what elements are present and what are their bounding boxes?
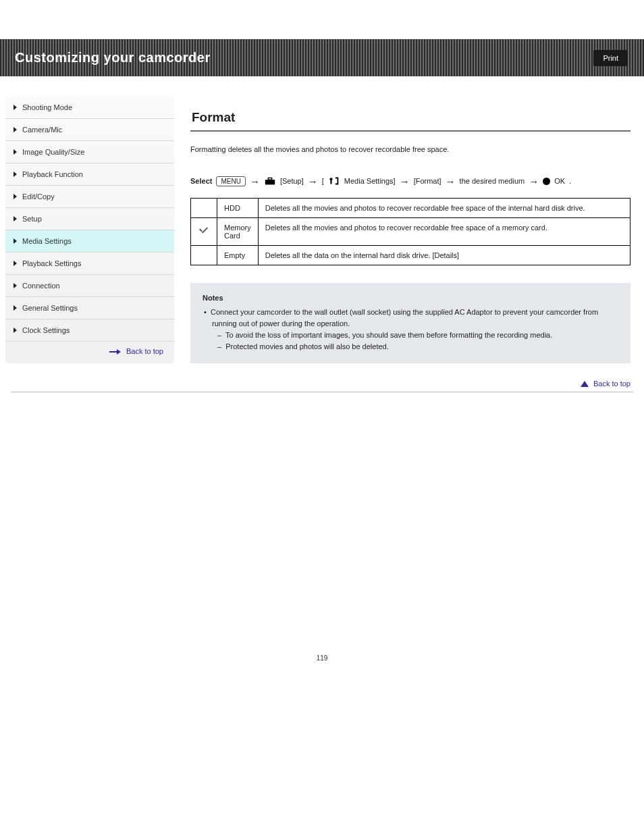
sidebar-item-general-settings[interactable]: General Settings bbox=[5, 297, 174, 319]
footer-back-to-top[interactable]: Back to top bbox=[0, 363, 644, 390]
menu-path: Select MENU → [Setup] → [ Media Settings… bbox=[190, 176, 630, 187]
title-rule bbox=[190, 130, 630, 132]
svg-rect-3 bbox=[330, 180, 331, 184]
arrow-icon: → bbox=[446, 176, 456, 187]
caret-icon bbox=[14, 194, 17, 199]
sidebar-item-playback-settings[interactable]: Playback Settings bbox=[5, 253, 174, 275]
path-media-open: [ bbox=[322, 177, 324, 185]
sidebar-item-label: Edit/Copy bbox=[22, 192, 55, 201]
sidebar: Shooting Mode Camera/Mic Image Quality/S… bbox=[5, 97, 174, 363]
caret-icon bbox=[14, 283, 17, 288]
options-table: HDD Deletes all the movies and photos to… bbox=[190, 198, 630, 265]
caret-icon bbox=[14, 238, 17, 244]
footer-back-label: Back to top bbox=[593, 380, 630, 388]
sidebar-item-label: Playback Settings bbox=[22, 259, 81, 267]
path-ok: OK bbox=[554, 177, 565, 185]
path-media: Media Settings] bbox=[344, 177, 396, 185]
back-to-top-label: Back to top bbox=[126, 347, 163, 355]
sidebar-item-label: Playback Function bbox=[22, 170, 83, 178]
sidebar-item-label: Clock Settings bbox=[22, 326, 70, 334]
notes-box: Notes • Connect your camcorder to the wa… bbox=[190, 283, 630, 363]
row-icon-cell bbox=[191, 245, 217, 265]
caret-icon bbox=[14, 127, 17, 132]
sidebar-item-clock-settings[interactable]: Clock Settings bbox=[5, 319, 174, 342]
sidebar-item-label: Connection bbox=[22, 282, 60, 290]
header-title: Customizing your camcorder bbox=[15, 50, 211, 66]
sidebar-item-edit-copy[interactable]: Edit/Copy bbox=[5, 186, 174, 208]
sidebar-item-camera-mic[interactable]: Camera/Mic bbox=[5, 119, 174, 141]
caret-icon bbox=[14, 216, 17, 221]
sidebar-item-media-settings[interactable]: Media Settings bbox=[5, 230, 174, 253]
sidebar-item-label: Image Quality/Size bbox=[22, 148, 84, 156]
ok-dot-icon bbox=[543, 178, 550, 185]
sidebar-back-to-top[interactable]: Back to top bbox=[5, 342, 174, 362]
page-body: Shooting Mode Camera/Mic Image Quality/S… bbox=[0, 76, 644, 363]
lead-text: Formatting deletes all the movies and ph… bbox=[190, 144, 630, 155]
caret-icon bbox=[14, 305, 17, 311]
sidebar-item-label: Setup bbox=[22, 215, 42, 223]
sidebar-item-shooting-mode[interactable]: Shooting Mode bbox=[5, 97, 174, 119]
notes-sub: – To avoid the loss of important images,… bbox=[203, 330, 618, 341]
notes-sub-text: To avoid the loss of important images, y… bbox=[225, 331, 552, 339]
row-label: Memory Card bbox=[217, 217, 259, 245]
page-number: 119 bbox=[0, 392, 644, 675]
caret-icon bbox=[14, 149, 17, 155]
check-icon bbox=[198, 226, 210, 236]
sidebar-item-label: Camera/Mic bbox=[22, 126, 62, 134]
table-row: HDD Deletes all the movies and photos to… bbox=[191, 198, 630, 217]
row-desc: Deletes all the movies and photos to rec… bbox=[258, 217, 630, 245]
triangle-up-icon bbox=[581, 381, 589, 387]
notes-sub: – Protected movies and photos will also … bbox=[203, 341, 618, 353]
notes-bullet: • Connect your camcorder to the wall out… bbox=[203, 307, 618, 330]
media-tool-icon bbox=[328, 176, 340, 186]
menu-pill: MENU bbox=[216, 176, 245, 186]
print-button[interactable]: Print bbox=[593, 50, 628, 66]
sidebar-item-label: Media Settings bbox=[22, 237, 72, 245]
sidebar-item-image-quality[interactable]: Image Quality/Size bbox=[5, 141, 174, 163]
row-desc: Deletes all the data on the internal har… bbox=[258, 245, 630, 265]
caret-icon bbox=[14, 105, 17, 110]
svg-rect-1 bbox=[268, 178, 271, 180]
toolbox-icon bbox=[264, 176, 276, 186]
sidebar-item-playback-function[interactable]: Playback Function bbox=[5, 163, 174, 186]
path-format: [Format] bbox=[414, 177, 441, 185]
path-medium: the desired medium bbox=[460, 177, 525, 185]
path-setup: [Setup] bbox=[280, 177, 304, 185]
arrow-icon: → bbox=[308, 176, 318, 187]
arrow-right-icon bbox=[109, 350, 122, 354]
row-label: HDD bbox=[217, 198, 259, 217]
row-icon-cell bbox=[191, 217, 217, 245]
sidebar-item-setup[interactable]: Setup bbox=[5, 208, 174, 230]
caret-icon bbox=[14, 172, 17, 177]
row-desc: Deletes all the movies and photos to rec… bbox=[258, 198, 630, 217]
path-step: Select bbox=[190, 177, 212, 185]
svg-rect-0 bbox=[265, 180, 275, 184]
sidebar-item-connection[interactable]: Connection bbox=[5, 275, 174, 297]
arrow-icon: → bbox=[400, 176, 410, 187]
arrow-icon: → bbox=[250, 176, 260, 187]
table-row: Memory Card Deletes all the movies and p… bbox=[191, 217, 630, 245]
caret-icon bbox=[14, 328, 17, 333]
row-icon-cell bbox=[191, 198, 217, 217]
notes-sub-text: Protected movies and photos will also be… bbox=[225, 342, 389, 350]
notes-heading: Notes bbox=[203, 292, 618, 304]
content: Format Formatting deletes all the movies… bbox=[190, 97, 630, 363]
notes-bullet-text: Connect your camcorder to the wall outle… bbox=[211, 308, 598, 328]
row-label: Empty bbox=[217, 245, 259, 265]
arrow-icon: → bbox=[529, 176, 539, 187]
header-bar: Customizing your camcorder Print bbox=[0, 39, 644, 76]
sidebar-item-label: General Settings bbox=[22, 304, 78, 312]
sidebar-item-label: Shooting Mode bbox=[22, 103, 72, 111]
path-period: . bbox=[569, 177, 571, 185]
table-row: Empty Deletes all the data on the intern… bbox=[191, 245, 630, 265]
content-title: Format bbox=[192, 110, 630, 125]
caret-icon bbox=[14, 261, 17, 266]
